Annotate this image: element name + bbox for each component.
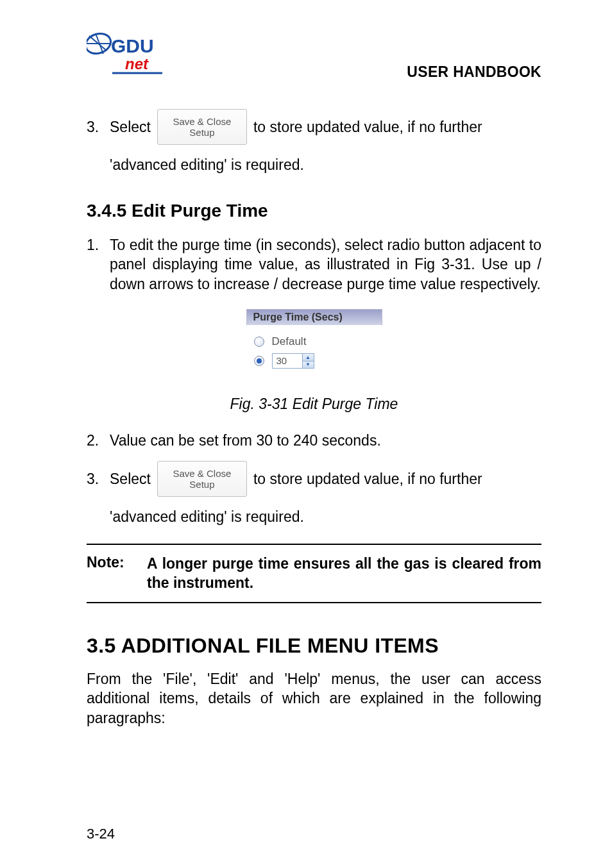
brand-logo: GDU net <box>87 31 164 81</box>
note-label: Note: <box>87 554 147 593</box>
purge-panel-body: Default 30 ▲ ▼ <box>246 325 382 381</box>
radio-default[interactable] <box>254 337 264 347</box>
step-1-text: To edit the purge time (in seconds), sel… <box>110 235 541 294</box>
heading-3-4-5: 3.4.5 Edit Purge Time <box>87 201 541 221</box>
button-label-line1: Save & Close <box>173 468 231 479</box>
purge-default-row: Default <box>254 335 375 348</box>
note-block: Note: A longer purge time ensures all th… <box>87 544 541 603</box>
list-number: 3. <box>87 471 110 488</box>
radio-custom[interactable] <box>254 356 264 366</box>
step-2-text: Value can be set from 30 to 240 seconds. <box>110 432 381 449</box>
page-number: 3-24 <box>87 826 115 842</box>
step-text-post: to store updated value, if no further <box>253 471 482 488</box>
step-2: 2. Value can be set from 30 to 240 secon… <box>87 432 541 449</box>
logo-text-bottom: net <box>125 55 149 72</box>
list-number: 3. <box>87 119 110 136</box>
figure-caption-3-31: Fig. 3-31 Edit Purge Time <box>87 396 541 413</box>
spinner-up-icon[interactable]: ▲ <box>303 354 314 362</box>
save-close-setup-button[interactable]: Save & Close Setup <box>157 461 247 497</box>
step-3-top-cont: 'advanced editing' is required. <box>110 156 541 174</box>
note-text: A longer purge time ensures all the gas … <box>147 554 541 593</box>
step-3-bottom-cont: 'advanced editing' is required. <box>110 508 541 526</box>
purge-time-panel: Purge Time (Secs) Default 30 ▲ ▼ <box>246 309 382 381</box>
button-label-line1: Save & Close <box>173 116 231 127</box>
purge-custom-row: 30 ▲ ▼ <box>254 353 375 369</box>
spinner-value: 30 <box>273 354 302 368</box>
page-header: GDU net USER HANDBOOK <box>87 31 541 81</box>
spinner-buttons: ▲ ▼ <box>302 354 314 368</box>
purge-time-spinner[interactable]: 30 ▲ ▼ <box>272 353 314 369</box>
purge-panel-header: Purge Time (Secs) <box>246 309 382 325</box>
heading-3-5: 3.5 ADDITIONAL FILE MENU ITEMS <box>87 634 541 658</box>
button-label-line2: Setup <box>189 127 214 138</box>
button-label-line2: Setup <box>189 479 214 490</box>
step-1: 1. To edit the purge time (in seconds), … <box>87 235 541 294</box>
step-3-top: 3. Select Save & Close Setup to store up… <box>87 109 541 145</box>
step-text-post: to store updated value, if no further <box>253 119 482 136</box>
radio-default-label: Default <box>272 335 307 348</box>
save-close-setup-button[interactable]: Save & Close Setup <box>157 109 247 145</box>
list-number: 1. <box>87 235 110 294</box>
section-3-5-body: From the 'File', 'Edit' and 'Help' menus… <box>87 669 541 728</box>
spinner-down-icon[interactable]: ▼ <box>303 362 314 369</box>
logo-text-top: GDU <box>111 35 154 56</box>
step-text-pre: Select <box>110 119 151 136</box>
step-3-bottom: 3. Select Save & Close Setup to store up… <box>87 461 541 497</box>
step-text-pre: Select <box>110 471 151 488</box>
list-number: 2. <box>87 432 110 449</box>
page-title: USER HANDBOOK <box>407 63 541 81</box>
